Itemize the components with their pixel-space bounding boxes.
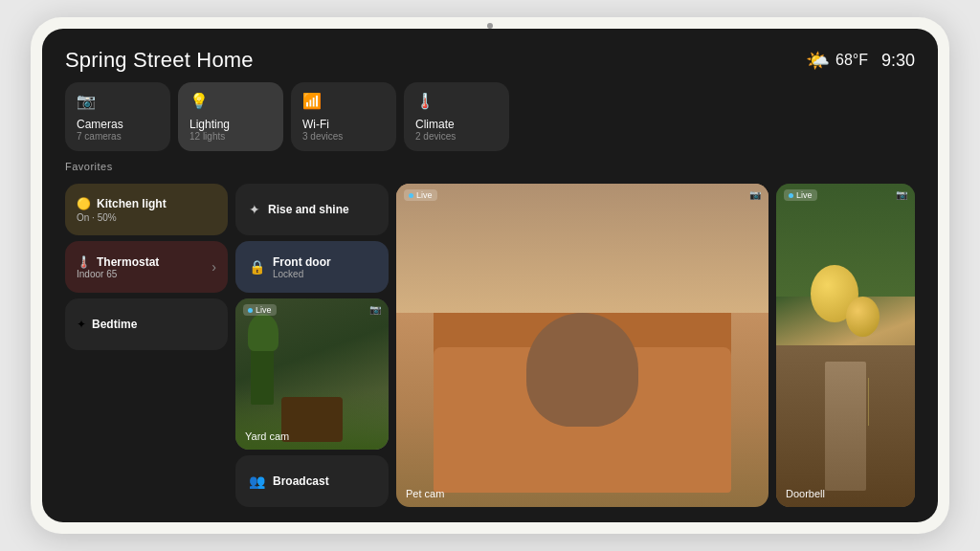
doorbell-cam-icon: 📷 bbox=[896, 189, 907, 200]
temperature: 68°F bbox=[835, 52, 868, 69]
lighting-icon: 💡 bbox=[189, 92, 272, 110]
front-door-sub: Locked bbox=[273, 269, 331, 279]
doorbell-bg: Live 📷 Doorbell bbox=[776, 184, 915, 507]
tablet-shell: Spring Street Home 🌤️ 68°F 9:30 📷 Camera… bbox=[31, 17, 949, 534]
header: Spring Street Home 🌤️ 68°F 9:30 bbox=[65, 48, 915, 73]
main-content: 🟡 Kitchen light On · 50% 🌡️ Thermostat I… bbox=[65, 184, 915, 507]
pet-cam-bg: Live 📷 Pet cam bbox=[396, 184, 768, 507]
rise-shine-tile[interactable]: ✦ Rise and shine bbox=[235, 184, 389, 235]
kitchen-light-name: Kitchen light bbox=[97, 197, 167, 210]
lighting-tile-sub: 12 lights bbox=[189, 131, 272, 142]
weather: 🌤️ 68°F bbox=[806, 49, 868, 72]
rise-shine-icon: ✦ bbox=[249, 202, 260, 217]
bedtime-name: Bedtime bbox=[92, 318, 137, 331]
kitchen-light-sub: On · 50% bbox=[77, 212, 216, 223]
front-door-tile[interactable]: 🔒 Front door Locked bbox=[235, 241, 389, 293]
pet-cam-tile[interactable]: Live 📷 Pet cam bbox=[396, 184, 768, 507]
lighting-tile[interactable]: 💡 Lighting 12 lights bbox=[178, 82, 283, 151]
dog-shape bbox=[526, 313, 638, 426]
pet-live-text: Live bbox=[416, 190, 433, 200]
doorbell-live-badge: Live bbox=[784, 189, 817, 201]
yard-cam-tile[interactable]: Live 📷 Yard cam bbox=[235, 298, 389, 450]
kitchen-light-icon: 🟡 bbox=[77, 197, 91, 210]
wifi-tile-sub: 3 devices bbox=[302, 131, 385, 142]
climate-tile-sub: 2 devices bbox=[415, 131, 498, 142]
middle-col: ✦ Rise and shine 🔒 Front door Locked bbox=[235, 184, 389, 507]
live-text: Live bbox=[256, 305, 272, 315]
pet-cam-icon: 📷 bbox=[749, 189, 761, 200]
home-title: Spring Street Home bbox=[65, 48, 254, 73]
live-dot-icon bbox=[248, 308, 253, 313]
thermostat-icon: 🌡️ bbox=[77, 255, 91, 269]
yard-cam-icon: 📷 bbox=[369, 304, 381, 315]
thermostat-name: Thermostat bbox=[97, 255, 159, 269]
cameras-tile-sub: 7 cameras bbox=[77, 131, 159, 142]
climate-tile[interactable]: 🌡️ Climate 2 devices bbox=[404, 82, 509, 151]
lock-icon: 🔒 bbox=[249, 259, 265, 275]
wifi-icon: 📶 bbox=[302, 92, 385, 110]
yard-cam-live-badge: Live bbox=[243, 304, 277, 316]
device-tiles-row: 📷 Cameras 7 cameras 💡 Lighting 12 lights… bbox=[65, 82, 915, 151]
favorites-label: Favorites bbox=[65, 161, 915, 172]
cameras-tile-name: Cameras bbox=[77, 118, 159, 131]
rise-shine-label: Rise and shine bbox=[268, 203, 349, 216]
doorbell-live-dot-icon bbox=[789, 193, 793, 198]
climate-icon: 🌡️ bbox=[415, 92, 498, 110]
lighting-tile-name: Lighting bbox=[189, 118, 272, 131]
yard-cam-label: Yard cam bbox=[245, 430, 289, 442]
pet-cam-live-badge: Live bbox=[404, 189, 437, 201]
front-door-label: Front door bbox=[273, 255, 331, 269]
climate-tile-name: Climate bbox=[415, 118, 498, 131]
thermostat-chevron-icon: › bbox=[212, 259, 216, 275]
header-right: 🌤️ 68°F 9:30 bbox=[806, 49, 915, 72]
favorites-col: 🟡 Kitchen light On · 50% 🌡️ Thermostat I… bbox=[65, 184, 228, 507]
yard-cam-bg: Live 📷 Yard cam bbox=[235, 298, 389, 450]
pet-cam-label: Pet cam bbox=[406, 488, 444, 499]
pet-cam-col: Live 📷 Pet cam bbox=[396, 184, 768, 507]
wifi-tile[interactable]: 📶 Wi-Fi 3 devices bbox=[291, 82, 396, 151]
doorbell-tile[interactable]: Live 📷 Doorbell bbox=[776, 184, 915, 507]
front-camera bbox=[487, 23, 493, 29]
bedtime-icon: ✦ bbox=[77, 318, 86, 331]
broadcast-label: Broadcast bbox=[273, 474, 329, 488]
wifi-tile-name: Wi-Fi bbox=[302, 118, 385, 131]
kitchen-light-tile[interactable]: 🟡 Kitchen light On · 50% bbox=[65, 184, 228, 235]
cameras-tile[interactable]: 📷 Cameras 7 cameras bbox=[65, 82, 170, 151]
broadcast-icon: 👥 bbox=[249, 474, 265, 489]
cameras-icon: 📷 bbox=[77, 92, 159, 110]
weather-icon: 🌤️ bbox=[806, 49, 830, 72]
broadcast-tile[interactable]: 👥 Broadcast bbox=[235, 455, 389, 507]
thermostat-tile[interactable]: 🌡️ Thermostat Indoor 65 › bbox=[65, 241, 228, 293]
bedtime-tile[interactable]: ✦ Bedtime bbox=[65, 298, 228, 350]
pet-live-dot-icon bbox=[409, 193, 413, 198]
screen: Spring Street Home 🌤️ 68°F 9:30 📷 Camera… bbox=[42, 29, 938, 522]
doorbell-label: Doorbell bbox=[786, 488, 825, 499]
balloon2 bbox=[846, 297, 880, 337]
doorbell-live-text: Live bbox=[796, 190, 813, 200]
clock: 9:30 bbox=[881, 51, 915, 71]
thermostat-sub: Indoor 65 bbox=[77, 269, 159, 279]
